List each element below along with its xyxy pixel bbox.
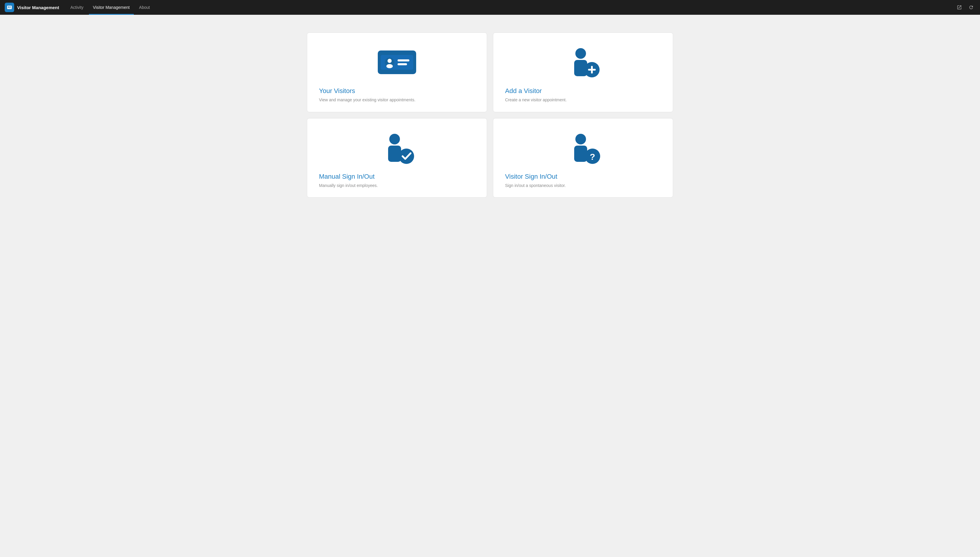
your-visitors-card[interactable]: Your Visitors View and manage your exist… [307,33,487,112]
navbar-title: Visitor Management [17,5,59,10]
visitor-sign-title: Visitor Sign In/Out [505,173,557,181]
svg-point-16 [389,134,400,145]
manual-sign-title: Manual Sign In/Out [319,173,374,181]
svg-rect-0 [7,6,12,9]
cards-grid: Your Visitors View and manage your exist… [307,33,673,197]
manual-sign-card[interactable]: Manual Sign In/Out Manually sign in/out … [307,118,487,198]
navbar-nav: Activity Visitor Management About [66,0,154,15]
svg-rect-2 [10,7,11,7]
nav-item-visitor-management[interactable]: Visitor Management [89,0,134,15]
app-logo [5,3,14,12]
visitor-sign-card[interactable]: ? Visitor Sign In/Out Sign in/out a spon… [493,118,673,198]
add-visitor-title: Add a Visitor [505,87,542,95]
your-visitors-icon [319,45,475,80]
svg-point-8 [386,64,393,68]
svg-point-19 [575,134,586,145]
svg-rect-17 [388,146,401,162]
svg-rect-20 [574,146,587,162]
nav-item-activity[interactable]: Activity [66,0,88,15]
visitor-sign-icon: ? [505,130,661,166]
svg-point-18 [399,148,414,164]
svg-text:?: ? [590,152,595,161]
svg-point-7 [387,59,392,63]
your-visitors-title: Your Visitors [319,87,355,95]
navbar: Visitor Management Activity Visitor Mana… [0,0,980,15]
svg-rect-10 [397,63,407,65]
external-link-icon[interactable] [955,3,964,11]
visitor-sign-description: Sign in/out a spontaneous visitor. [505,183,566,189]
refresh-icon[interactable] [967,3,975,11]
manual-sign-icon [319,130,475,166]
add-visitor-card[interactable]: Add a Visitor Create a new visitor appoi… [493,33,673,112]
svg-rect-9 [397,59,409,62]
svg-point-11 [575,48,586,59]
add-visitor-description: Create a new visitor appointment. [505,97,567,103]
add-visitor-icon [505,45,661,80]
svg-point-1 [8,7,9,8]
svg-rect-15 [591,66,593,73]
navbar-actions [955,3,975,11]
nav-item-about[interactable]: About [135,0,154,15]
main-content: Your Visitors View and manage your exist… [283,15,697,215]
svg-rect-3 [10,7,11,8]
navbar-brand: Visitor Management [5,3,59,12]
your-visitors-description: View and manage your existing visitor ap… [319,97,415,103]
manual-sign-description: Manually sign in/out employees. [319,183,378,189]
